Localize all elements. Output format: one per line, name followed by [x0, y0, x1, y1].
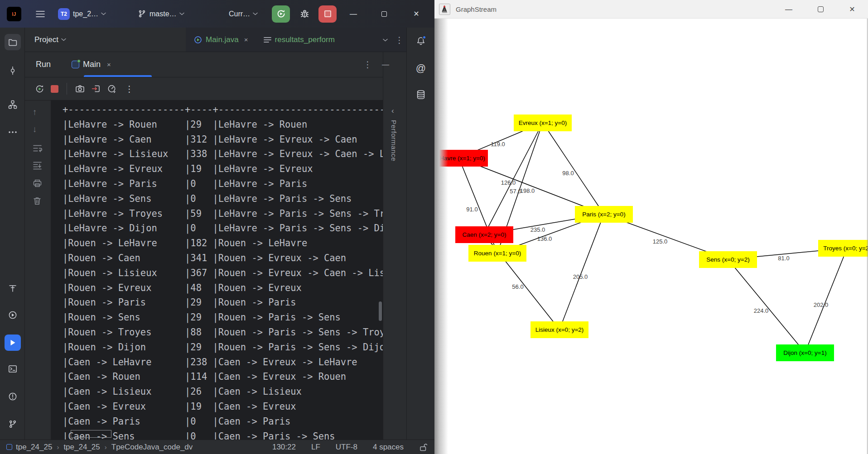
- window-title: GraphStream: [456, 5, 497, 13]
- close-button[interactable]: ✕: [406, 0, 427, 28]
- breadcrumb-item[interactable]: TpeCodeJava_code_dv: [111, 443, 193, 452]
- rerun-icon[interactable]: [35, 84, 44, 94]
- commit-icon[interactable]: [5, 62, 21, 79]
- breadcrumb-separator: ›: [105, 443, 107, 451]
- vcs-branch-widget[interactable]: maste…: [138, 0, 184, 28]
- terminal-icon[interactable]: [5, 361, 21, 377]
- run-console-output[interactable]: +---------------------+----+------------…: [51, 100, 383, 440]
- structure-icon[interactable]: [5, 96, 21, 113]
- notifications-bell-icon[interactable]: [413, 33, 429, 49]
- edge-weight-caen-lisieux: 56.0: [512, 283, 523, 290]
- trash-icon[interactable]: [33, 196, 42, 205]
- arrow-down-icon[interactable]: ↓: [33, 124, 37, 134]
- run-options-icon[interactable]: ⋮: [363, 59, 372, 70]
- caret-position[interactable]: 130:22: [272, 443, 296, 452]
- run-icon[interactable]: [5, 335, 21, 351]
- graphstream-title-bar: GraphStream — ✕: [434, 0, 868, 19]
- maximize-button[interactable]: [805, 0, 836, 19]
- tab-main-java[interactable]: Main.java ×: [189, 28, 253, 52]
- tab-label: Main.java: [206, 35, 239, 44]
- ai-assistant-icon[interactable]: @: [413, 60, 429, 76]
- edge-weight-sens-dijon: 224.0: [754, 307, 769, 314]
- graph-node-caen[interactable]: Caen (x=2; y=0): [455, 226, 513, 243]
- console-gutter: ↑ ↓: [25, 100, 51, 440]
- rerun-button[interactable]: [272, 0, 290, 28]
- run-tool-window: Run Main × ⋮ — ⋮ ↑ ↓: [25, 52, 383, 440]
- services-icon[interactable]: [5, 307, 21, 323]
- performance-tab-column: ‹ Performance: [383, 52, 406, 440]
- tabs-dropdown-icon[interactable]: [383, 38, 388, 42]
- chevron-down-icon: [253, 12, 258, 15]
- run-config-name: Curr…: [229, 10, 250, 18]
- running-process-icon: [72, 61, 79, 68]
- breadcrumb-item[interactable]: tpe_24_25: [16, 443, 52, 452]
- graph-node-evreux[interactable]: Evreux (x=1; y=0): [514, 115, 572, 131]
- intellij-window: IJ T2 tpe_2… maste… Curr… — ✕ Project: [0, 0, 434, 454]
- branch-name: maste…: [149, 10, 177, 18]
- arrow-up-icon[interactable]: ↑: [33, 107, 37, 117]
- close-button[interactable]: ✕: [836, 0, 868, 19]
- run-tab-main[interactable]: Main ×: [72, 52, 111, 77]
- edge-weight-lehavre-rouen: 91.0: [466, 206, 477, 213]
- scroll-to-end-icon[interactable]: [33, 161, 43, 170]
- app-icon: [439, 4, 450, 15]
- soft-wrap-icon[interactable]: [33, 144, 43, 153]
- folder-project-icon[interactable]: [5, 34, 21, 50]
- minimize-button[interactable]: —: [343, 0, 364, 28]
- graph-canvas[interactable]: Evreux (x=1; y=0)LeHavre (x=1; y=0)Paris…: [434, 19, 868, 454]
- problems-icon[interactable]: [5, 388, 21, 405]
- unlock-icon[interactable]: [419, 443, 427, 452]
- import-arrow-icon[interactable]: [91, 84, 101, 93]
- edge-weight-sens-troyes: 81.0: [778, 255, 789, 262]
- project-widget[interactable]: T2 tpe_2…: [58, 0, 106, 28]
- edge-weight-rouen-paris: 136.0: [537, 235, 552, 242]
- tool-window-stripe-right: @: [406, 28, 434, 440]
- intellij-logo: IJ: [7, 0, 21, 28]
- project-pane-title: Project: [34, 35, 58, 44]
- graph-node-lisieux[interactable]: Lisieux (x=0; y=2): [530, 321, 588, 338]
- breadcrumb-item[interactable]: tpe_24_25: [63, 443, 100, 452]
- edge-weight-paris-lisieux: 205.0: [573, 273, 588, 280]
- more-icon[interactable]: [5, 124, 21, 140]
- console-scrollbar[interactable]: [379, 301, 382, 321]
- close-icon[interactable]: ×: [244, 36, 248, 43]
- debug-button[interactable]: [300, 0, 309, 28]
- minimize-button[interactable]: —: [773, 0, 805, 19]
- stop-button[interactable]: [318, 0, 337, 28]
- project-pane-header[interactable]: Project: [25, 28, 186, 52]
- t-tool-icon[interactable]: [5, 280, 21, 296]
- graph-node-troyes[interactable]: Troyes (x=0; y=2): [818, 240, 868, 257]
- edge-weight-evreux-rouen: 57.0: [510, 188, 521, 195]
- tab-resultats-perform[interactable]: resultats_perform: [259, 28, 339, 52]
- camera-icon[interactable]: [75, 84, 85, 93]
- tool-window-stripe-left: [0, 28, 25, 440]
- chevron-down-icon: [179, 12, 184, 15]
- graph-node-sens[interactable]: Sens (x=0; y=2): [699, 251, 757, 268]
- breadcrumb[interactable]: tpe_24_25›tpe_24_25›TpeCodeJava_code_dv: [16, 443, 193, 452]
- run-configuration-select[interactable]: Curr…: [229, 0, 258, 28]
- more-options-icon[interactable]: ⋮: [125, 84, 134, 94]
- gauge-icon[interactable]: [107, 84, 117, 94]
- close-icon[interactable]: ×: [107, 61, 111, 68]
- performance-tool-window-tab[interactable]: Performance: [390, 120, 398, 161]
- stop-icon[interactable]: [51, 85, 58, 93]
- hide-tool-window-icon[interactable]: —: [382, 61, 389, 69]
- graph-node-dijon[interactable]: Dijon (x=0; y=1): [776, 344, 834, 361]
- indent-setting[interactable]: 4 spaces: [373, 443, 404, 452]
- graphstream-window: GraphStream — ✕ Evreux (x=1; y=0)LeHavre…: [434, 0, 868, 454]
- graph-node-paris[interactable]: Paris (x=2; y=0): [575, 206, 633, 223]
- maximize-button[interactable]: [374, 0, 395, 28]
- list-icon: [264, 37, 271, 43]
- collapse-left-icon[interactable]: ‹: [391, 106, 394, 115]
- line-separator[interactable]: LF: [311, 443, 320, 452]
- graph-node-rouen[interactable]: Rouen (x=1; y=0): [468, 245, 526, 262]
- file-encoding[interactable]: UTF-8: [336, 443, 357, 452]
- run-class-icon: [194, 36, 202, 44]
- tabs-options-icon[interactable]: ⋮: [395, 35, 404, 45]
- print-icon[interactable]: [33, 179, 42, 188]
- console-selection-outline: [71, 430, 111, 438]
- main-menu-button[interactable]: [35, 0, 45, 28]
- git-branch-icon[interactable]: [5, 416, 21, 432]
- database-icon[interactable]: [413, 86, 429, 103]
- edge-weight-lehavre-evreux: 119.0: [491, 141, 505, 148]
